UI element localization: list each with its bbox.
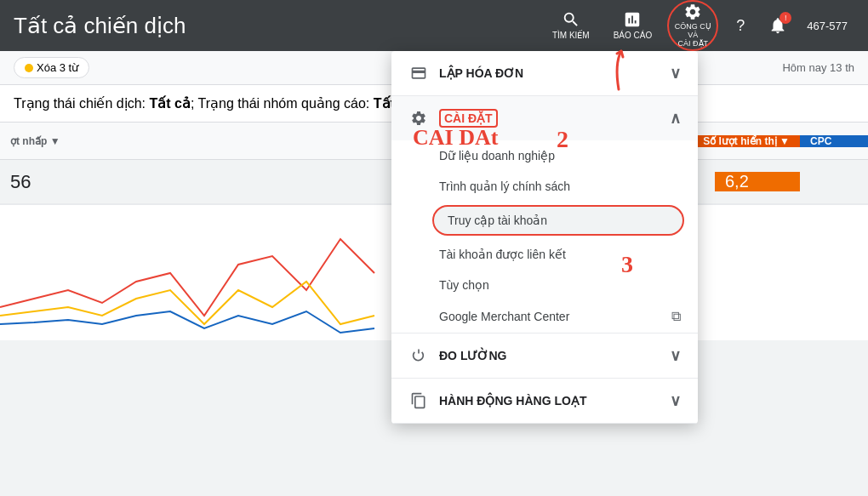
- credit-card-icon: [408, 63, 429, 83]
- xoa-label: Xóa 3 từ: [37, 61, 78, 74]
- report-button[interactable]: BÁO CÁO: [605, 5, 661, 46]
- cai-dat-items: Dữ liệu doanh nghiệp Trình quản lý chính…: [391, 140, 698, 333]
- cai-dat-section: CÀI ĐẶT ∧ Dữ liệu doanh nghiệp Trình quả…: [391, 96, 698, 334]
- lap-hoa-don-header[interactable]: LẬP HÓA ĐƠN ∨: [391, 51, 698, 95]
- top-bar: Tất cả chiến dịch TÌM KIẾM BÁO CÁO CÔNG …: [0, 0, 868, 51]
- do-luong-header[interactable]: ĐO LƯỜNG ∨: [391, 334, 698, 378]
- hanh-dong-chevron: ∨: [670, 391, 681, 410]
- top-bar-icons: TÌM KIẾM BÁO CÁO CÔNG CỤ VÀCÀI ĐẶT ? ! 4…: [544, 0, 854, 51]
- lap-hoa-don-chevron: ∨: [670, 64, 681, 83]
- hanh-dong-header[interactable]: HÀNH ĐỘNG HÀNG LOẠT ∨: [391, 379, 698, 423]
- tai-khoan-lien-ket-item[interactable]: Tài khoản được liên kết: [391, 239, 698, 270]
- notifications-button[interactable]: !: [762, 10, 793, 41]
- cai-dat-circle: CÀI ĐẶT: [439, 109, 498, 128]
- du-lieu-item[interactable]: Dữ liệu doanh nghiệp: [391, 140, 698, 171]
- report-label: BÁO CÁO: [614, 31, 653, 41]
- external-link-icon: ⧉: [671, 309, 681, 324]
- chart-svg: [0, 205, 391, 340]
- timer-icon: [408, 345, 429, 366]
- lap-hoa-don-section: LẬP HÓA ĐƠN ∨: [391, 51, 698, 96]
- tools-button[interactable]: CÔNG CỤ VÀCÀI ĐẶT: [667, 0, 718, 51]
- bulk-icon: [408, 391, 429, 411]
- hanh-dong-label: HÀNH ĐỘNG HÀNG LOẠT: [439, 394, 660, 408]
- xoa-button[interactable]: Xóa 3 từ: [14, 57, 89, 78]
- td-impressions: 6,2: [715, 172, 800, 191]
- notification-badge: !: [779, 12, 791, 24]
- account-id: 467-577: [800, 20, 854, 32]
- hanh-dong-section: HÀNH ĐỘNG HÀNG LOẠT ∨: [391, 379, 698, 424]
- search-label: TÌM KIẾM: [552, 31, 590, 41]
- trinh-quan-ly-item[interactable]: Trình quản lý chính sách: [391, 171, 698, 202]
- tools-label: CÔNG CỤ VÀCÀI ĐẶT: [669, 23, 717, 48]
- page-title: Tất cả chiến dịch: [14, 13, 186, 39]
- cai-dat-chevron: ∧: [670, 109, 681, 128]
- lap-hoa-don-label: LẬP HÓA ĐƠN: [439, 66, 660, 80]
- th-impressions[interactable]: Số lượt hiển thị ▼: [693, 135, 800, 147]
- do-luong-label: ĐO LƯỜNG: [439, 349, 660, 362]
- help-button[interactable]: ?: [725, 10, 756, 41]
- truy-cap-item[interactable]: Truy cập tài khoản: [432, 205, 684, 236]
- yellow-dot: [25, 64, 33, 72]
- tuy-chon-item[interactable]: Tùy chọn: [391, 270, 698, 300]
- th-cpc[interactable]: CPC: [800, 135, 868, 147]
- google-merchant-item[interactable]: Google Merchant Center ⧉: [391, 300, 698, 333]
- search-button[interactable]: TÌM KIẾM: [544, 5, 598, 46]
- help-icon: ?: [736, 17, 745, 35]
- dropdown-menu: LẬP HÓA ĐƠN ∨ CÀI ĐẶT ∧ Dữ liệu doanh ng…: [391, 51, 698, 424]
- date-label: Hôm nay 13 th: [782, 61, 854, 74]
- cai-dat-label: CÀI ĐẶT: [439, 111, 660, 125]
- cai-dat-header[interactable]: CÀI ĐẶT ∧: [391, 96, 698, 140]
- do-luong-section: ĐO LƯỜNG ∨: [391, 334, 698, 379]
- do-luong-chevron: ∨: [670, 346, 681, 365]
- gear-icon: [408, 108, 429, 128]
- filter-text: Trạng thái chiến dịch: Tất cả; Trạng thá…: [14, 96, 437, 111]
